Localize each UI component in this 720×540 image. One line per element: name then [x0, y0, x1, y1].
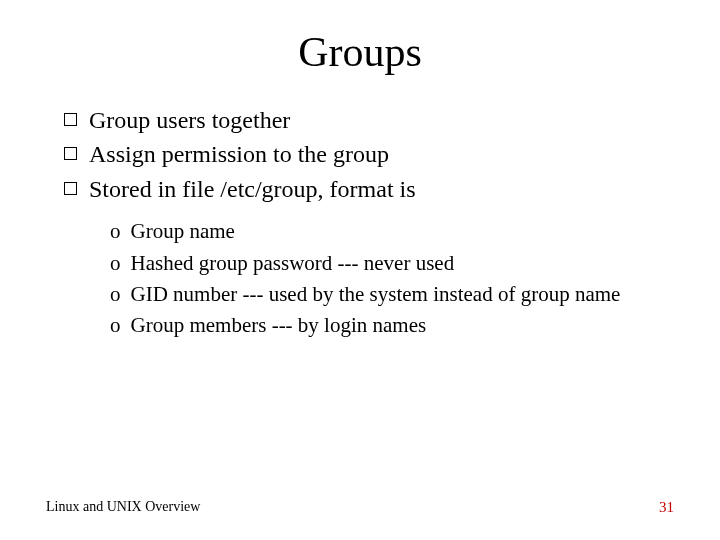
bullet-item: Stored in file /etc/group, format is [64, 173, 680, 205]
slide-title: Groups [40, 28, 680, 76]
bullet-text: Assign permission to the group [89, 138, 389, 170]
square-bullet-icon [64, 113, 77, 126]
bullet-text: Stored in file /etc/group, format is [89, 173, 416, 205]
circle-bullet-icon: o [110, 249, 121, 278]
sub-bullet-item: o Group name [110, 217, 680, 246]
circle-bullet-icon: o [110, 311, 121, 340]
square-bullet-icon [64, 147, 77, 160]
square-bullet-icon [64, 182, 77, 195]
bullet-text: Group users together [89, 104, 290, 136]
sub-bullet-item: o GID number --- used by the system inst… [110, 280, 680, 309]
bullet-list: Group users together Assign permission t… [40, 104, 680, 205]
sub-bullet-text: Group members --- by login names [131, 311, 427, 340]
sub-bullet-item: o Hashed group password --- never used [110, 249, 680, 278]
sub-bullet-text: GID number --- used by the system instea… [131, 280, 621, 309]
bullet-item: Group users together [64, 104, 680, 136]
page-number: 31 [659, 499, 674, 516]
bullet-item: Assign permission to the group [64, 138, 680, 170]
sub-bullet-list: o Group name o Hashed group password ---… [40, 217, 680, 341]
circle-bullet-icon: o [110, 280, 121, 309]
footer: Linux and UNIX Overview 31 [46, 499, 674, 516]
sub-bullet-text: Hashed group password --- never used [131, 249, 455, 278]
slide: Groups Group users together Assign permi… [0, 0, 720, 540]
footer-left: Linux and UNIX Overview [46, 499, 200, 516]
sub-bullet-text: Group name [131, 217, 235, 246]
circle-bullet-icon: o [110, 217, 121, 246]
sub-bullet-item: o Group members --- by login names [110, 311, 680, 340]
